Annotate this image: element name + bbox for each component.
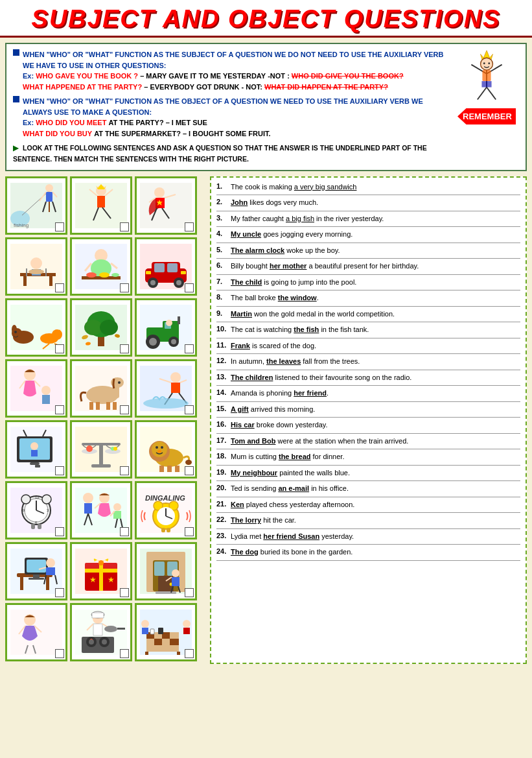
checkbox-4c[interactable] <box>185 405 194 414</box>
pic-cell-7b: ★ ★ <box>70 542 132 600</box>
sentences-box: 1. The cook is making a very big sandwic… <box>210 176 527 664</box>
svg-point-154 <box>21 495 30 504</box>
checkbox-8c[interactable] <box>185 649 194 658</box>
checkbox-6a[interactable] <box>55 527 64 536</box>
page-title-section: SUBJECT AND OBJECT QUESTIONS <box>0 0 532 38</box>
checkbox-8a[interactable] <box>55 649 64 658</box>
sentence-num-10: 10. <box>216 324 231 333</box>
svg-rect-236 <box>117 628 125 630</box>
svg-point-195 <box>46 558 55 567</box>
svg-rect-150 <box>175 466 179 472</box>
svg-text:DINGALING: DINGALING <box>145 494 185 502</box>
checkbox-6c[interactable] <box>185 527 194 536</box>
svg-rect-254 <box>158 628 163 634</box>
sentence-text-24: The dog buried its bone in the garden. <box>231 547 520 558</box>
sentence-text-1: The cook is making a very big sandwich <box>231 182 520 193</box>
checkbox-3a[interactable] <box>55 344 64 353</box>
svg-point-93 <box>171 339 176 344</box>
rule-2: When "who" or "what" function as the obj… <box>23 96 448 139</box>
sentence-num-14: 14. <box>216 388 231 396</box>
sentence-4: 4. My uncle goes jogging every morning. <box>216 229 520 243</box>
sentence-num-15: 15. <box>216 404 231 412</box>
checkbox-4b[interactable] <box>120 405 129 414</box>
svg-rect-256 <box>177 652 180 655</box>
sentence-num-5: 5. <box>216 245 231 254</box>
sentence-num-23: 23. <box>216 531 231 539</box>
theory-text-content: When "who" or "what" function as the sub… <box>13 49 448 165</box>
sentence-text-10: The cat is watching the fish in the fish… <box>231 324 520 335</box>
checkbox-8b[interactable] <box>120 649 129 658</box>
svg-point-145 <box>161 446 163 449</box>
checkbox-1c[interactable] <box>185 222 194 231</box>
svg-rect-194 <box>29 578 44 580</box>
checkbox-5b[interactable] <box>120 466 129 475</box>
svg-rect-126 <box>31 450 38 456</box>
svg-rect-67 <box>10 305 62 350</box>
svg-rect-248 <box>146 639 154 645</box>
svg-line-8 <box>487 88 496 100</box>
sentence-text-23: Lydia met her friend Susan yesterday. <box>231 531 520 542</box>
sentence-text-5: The alarm clock woke up the boy. <box>231 245 520 256</box>
svg-rect-148 <box>159 466 164 472</box>
sentence-text-6: Billy bought her mother a beautiful pres… <box>231 261 520 272</box>
sentence-19: 19. My neighbour painted the walls blue. <box>216 468 520 482</box>
sentence-text-21: Ken played chess yesterday afternoon. <box>231 499 520 510</box>
sentence-text-11: Frank is scared of the dog. <box>231 340 520 351</box>
pic-cell-3c <box>135 298 197 357</box>
checkbox-5c[interactable] <box>185 466 194 475</box>
svg-rect-9 <box>482 70 491 81</box>
main-title: SUBJECT AND OBJECT QUESTIONS <box>6 5 526 33</box>
sentence-2: 2. John likes dogs very much. <box>216 197 520 211</box>
sentence-text-4: My uncle goes jogging every morning. <box>231 229 520 240</box>
sentence-15: 15. A gift arrived this morning. <box>216 404 520 418</box>
svg-rect-110 <box>89 402 93 410</box>
checkbox-4a[interactable] <box>55 405 64 414</box>
checkbox-3b[interactable] <box>120 344 129 353</box>
sentence-num-21: 21. <box>216 499 231 508</box>
checkbox-6b[interactable] <box>120 527 129 536</box>
sentence-num-2: 2. <box>216 197 231 206</box>
svg-point-240 <box>89 639 94 645</box>
pic-cell-8a <box>5 603 67 661</box>
svg-point-121 <box>143 398 189 409</box>
sentence-num-8: 8. <box>216 292 231 301</box>
svg-rect-249 <box>154 639 162 645</box>
checkbox-1a[interactable] <box>55 222 64 231</box>
svg-point-125 <box>30 442 38 450</box>
svg-point-165 <box>83 493 93 503</box>
checkbox-1b[interactable] <box>120 222 129 231</box>
svg-rect-16 <box>46 192 52 202</box>
checkbox-3c[interactable] <box>185 344 194 353</box>
checkbox-7c[interactable] <box>185 588 194 597</box>
checkbox-7b[interactable] <box>120 588 129 597</box>
pictures-grid: fishing <box>5 176 206 664</box>
svg-rect-193 <box>33 574 40 578</box>
sentence-17: 17. Tom and Bob were at the station when… <box>216 436 520 450</box>
checkbox-5a[interactable] <box>55 466 64 475</box>
svg-point-73 <box>52 329 62 340</box>
svg-point-146 <box>157 450 161 453</box>
sentence-num-6: 6. <box>216 261 231 269</box>
pic-cell-3a <box>5 298 67 357</box>
sentence-text-7: The child is going to jump into the pool… <box>231 277 520 288</box>
sentence-text-13: The children listened to their favourite… <box>231 372 520 383</box>
pic-cell-2b <box>70 237 132 296</box>
sentence-23: 23. Lydia met her friend Susan yesterday… <box>216 531 520 545</box>
checkbox-2a[interactable] <box>55 283 64 292</box>
svg-point-101 <box>41 386 51 395</box>
svg-rect-94 <box>178 316 180 324</box>
exercise-area: fishing <box>5 176 527 664</box>
svg-rect-253 <box>150 629 154 634</box>
svg-point-216 <box>172 569 179 577</box>
svg-point-82 <box>100 320 118 335</box>
checkbox-7a[interactable] <box>55 588 64 597</box>
checkbox-2c[interactable] <box>185 283 194 292</box>
svg-rect-255 <box>145 652 148 655</box>
pic-cell-3b <box>70 298 132 357</box>
pic-cell-4b <box>70 359 132 418</box>
sentence-num-20: 20. <box>216 483 231 492</box>
checkbox-2b[interactable] <box>120 283 129 292</box>
svg-rect-111 <box>96 402 100 410</box>
sentence-num-11: 11. <box>216 340 231 349</box>
pic-cell-6b <box>70 481 132 539</box>
